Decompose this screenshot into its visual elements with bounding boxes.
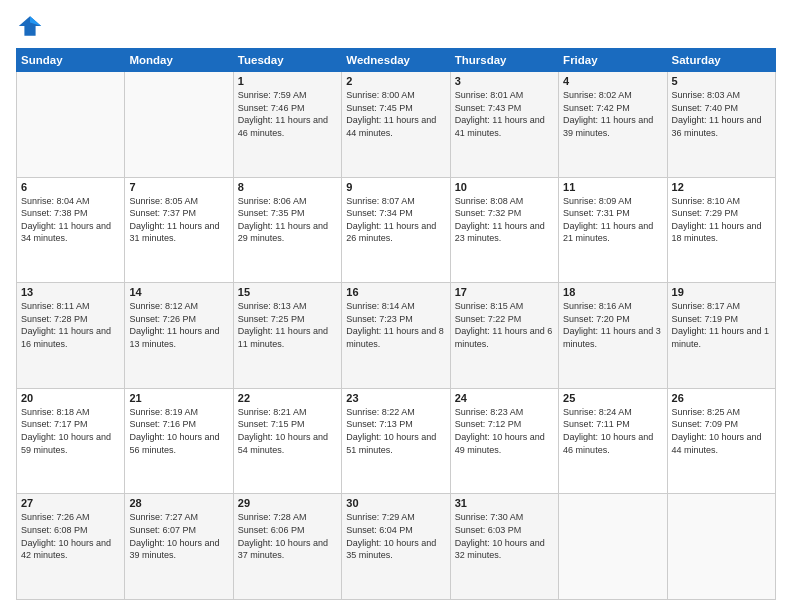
weekday-friday: Friday xyxy=(559,49,667,72)
cell-info: Sunrise: 8:18 AM Sunset: 7:17 PM Dayligh… xyxy=(21,406,120,456)
day-number: 5 xyxy=(672,75,771,87)
day-number: 7 xyxy=(129,181,228,193)
day-number: 8 xyxy=(238,181,337,193)
calendar-cell xyxy=(667,494,775,600)
cell-info: Sunrise: 8:06 AM Sunset: 7:35 PM Dayligh… xyxy=(238,195,337,245)
calendar-cell: 30Sunrise: 7:29 AM Sunset: 6:04 PM Dayli… xyxy=(342,494,450,600)
day-number: 15 xyxy=(238,286,337,298)
day-number: 27 xyxy=(21,497,120,509)
day-number: 18 xyxy=(563,286,662,298)
day-number: 22 xyxy=(238,392,337,404)
calendar-cell: 11Sunrise: 8:09 AM Sunset: 7:31 PM Dayli… xyxy=(559,177,667,283)
cell-info: Sunrise: 8:00 AM Sunset: 7:45 PM Dayligh… xyxy=(346,89,445,139)
weekday-tuesday: Tuesday xyxy=(233,49,341,72)
cell-info: Sunrise: 8:08 AM Sunset: 7:32 PM Dayligh… xyxy=(455,195,554,245)
day-number: 16 xyxy=(346,286,445,298)
cell-info: Sunrise: 8:16 AM Sunset: 7:20 PM Dayligh… xyxy=(563,300,662,350)
day-number: 29 xyxy=(238,497,337,509)
cell-info: Sunrise: 8:15 AM Sunset: 7:22 PM Dayligh… xyxy=(455,300,554,350)
calendar-cell xyxy=(559,494,667,600)
calendar-table: SundayMondayTuesdayWednesdayThursdayFrid… xyxy=(16,48,776,600)
week-row-4: 20Sunrise: 8:18 AM Sunset: 7:17 PM Dayli… xyxy=(17,388,776,494)
calendar-cell: 8Sunrise: 8:06 AM Sunset: 7:35 PM Daylig… xyxy=(233,177,341,283)
logo xyxy=(16,12,48,40)
day-number: 26 xyxy=(672,392,771,404)
cell-info: Sunrise: 8:01 AM Sunset: 7:43 PM Dayligh… xyxy=(455,89,554,139)
day-number: 11 xyxy=(563,181,662,193)
calendar-cell: 29Sunrise: 7:28 AM Sunset: 6:06 PM Dayli… xyxy=(233,494,341,600)
calendar-cell: 25Sunrise: 8:24 AM Sunset: 7:11 PM Dayli… xyxy=(559,388,667,494)
calendar-cell: 27Sunrise: 7:26 AM Sunset: 6:08 PM Dayli… xyxy=(17,494,125,600)
cell-info: Sunrise: 8:02 AM Sunset: 7:42 PM Dayligh… xyxy=(563,89,662,139)
day-number: 1 xyxy=(238,75,337,87)
calendar-cell: 4Sunrise: 8:02 AM Sunset: 7:42 PM Daylig… xyxy=(559,72,667,178)
cell-info: Sunrise: 8:22 AM Sunset: 7:13 PM Dayligh… xyxy=(346,406,445,456)
calendar-cell: 24Sunrise: 8:23 AM Sunset: 7:12 PM Dayli… xyxy=(450,388,558,494)
weekday-wednesday: Wednesday xyxy=(342,49,450,72)
day-number: 4 xyxy=(563,75,662,87)
cell-info: Sunrise: 8:24 AM Sunset: 7:11 PM Dayligh… xyxy=(563,406,662,456)
cell-info: Sunrise: 8:21 AM Sunset: 7:15 PM Dayligh… xyxy=(238,406,337,456)
calendar-cell: 12Sunrise: 8:10 AM Sunset: 7:29 PM Dayli… xyxy=(667,177,775,283)
cell-info: Sunrise: 8:19 AM Sunset: 7:16 PM Dayligh… xyxy=(129,406,228,456)
day-number: 17 xyxy=(455,286,554,298)
page: SundayMondayTuesdayWednesdayThursdayFrid… xyxy=(0,0,792,612)
day-number: 20 xyxy=(21,392,120,404)
calendar-cell: 15Sunrise: 8:13 AM Sunset: 7:25 PM Dayli… xyxy=(233,283,341,389)
week-row-2: 6Sunrise: 8:04 AM Sunset: 7:38 PM Daylig… xyxy=(17,177,776,283)
day-number: 30 xyxy=(346,497,445,509)
calendar-cell: 26Sunrise: 8:25 AM Sunset: 7:09 PM Dayli… xyxy=(667,388,775,494)
day-number: 2 xyxy=(346,75,445,87)
day-number: 31 xyxy=(455,497,554,509)
calendar-cell xyxy=(17,72,125,178)
day-number: 19 xyxy=(672,286,771,298)
week-row-3: 13Sunrise: 8:11 AM Sunset: 7:28 PM Dayli… xyxy=(17,283,776,389)
cell-info: Sunrise: 8:25 AM Sunset: 7:09 PM Dayligh… xyxy=(672,406,771,456)
cell-info: Sunrise: 8:13 AM Sunset: 7:25 PM Dayligh… xyxy=(238,300,337,350)
day-number: 10 xyxy=(455,181,554,193)
cell-info: Sunrise: 7:59 AM Sunset: 7:46 PM Dayligh… xyxy=(238,89,337,139)
calendar-cell: 19Sunrise: 8:17 AM Sunset: 7:19 PM Dayli… xyxy=(667,283,775,389)
cell-info: Sunrise: 7:30 AM Sunset: 6:03 PM Dayligh… xyxy=(455,511,554,561)
cell-info: Sunrise: 8:05 AM Sunset: 7:37 PM Dayligh… xyxy=(129,195,228,245)
calendar-cell: 10Sunrise: 8:08 AM Sunset: 7:32 PM Dayli… xyxy=(450,177,558,283)
day-number: 9 xyxy=(346,181,445,193)
calendar-cell: 18Sunrise: 8:16 AM Sunset: 7:20 PM Dayli… xyxy=(559,283,667,389)
day-number: 25 xyxy=(563,392,662,404)
calendar-cell: 13Sunrise: 8:11 AM Sunset: 7:28 PM Dayli… xyxy=(17,283,125,389)
weekday-sunday: Sunday xyxy=(17,49,125,72)
calendar-cell: 16Sunrise: 8:14 AM Sunset: 7:23 PM Dayli… xyxy=(342,283,450,389)
cell-info: Sunrise: 8:11 AM Sunset: 7:28 PM Dayligh… xyxy=(21,300,120,350)
cell-info: Sunrise: 8:07 AM Sunset: 7:34 PM Dayligh… xyxy=(346,195,445,245)
day-number: 21 xyxy=(129,392,228,404)
calendar-cell: 2Sunrise: 8:00 AM Sunset: 7:45 PM Daylig… xyxy=(342,72,450,178)
cell-info: Sunrise: 8:03 AM Sunset: 7:40 PM Dayligh… xyxy=(672,89,771,139)
weekday-monday: Monday xyxy=(125,49,233,72)
day-number: 6 xyxy=(21,181,120,193)
calendar-cell: 9Sunrise: 8:07 AM Sunset: 7:34 PM Daylig… xyxy=(342,177,450,283)
header xyxy=(16,12,776,40)
day-number: 28 xyxy=(129,497,228,509)
cell-info: Sunrise: 8:12 AM Sunset: 7:26 PM Dayligh… xyxy=(129,300,228,350)
day-number: 24 xyxy=(455,392,554,404)
calendar-cell: 21Sunrise: 8:19 AM Sunset: 7:16 PM Dayli… xyxy=(125,388,233,494)
cell-info: Sunrise: 8:14 AM Sunset: 7:23 PM Dayligh… xyxy=(346,300,445,350)
calendar-cell: 22Sunrise: 8:21 AM Sunset: 7:15 PM Dayli… xyxy=(233,388,341,494)
cell-info: Sunrise: 7:26 AM Sunset: 6:08 PM Dayligh… xyxy=(21,511,120,561)
calendar-cell: 3Sunrise: 8:01 AM Sunset: 7:43 PM Daylig… xyxy=(450,72,558,178)
calendar-cell: 1Sunrise: 7:59 AM Sunset: 7:46 PM Daylig… xyxy=(233,72,341,178)
cell-info: Sunrise: 8:23 AM Sunset: 7:12 PM Dayligh… xyxy=(455,406,554,456)
weekday-thursday: Thursday xyxy=(450,49,558,72)
calendar-cell: 7Sunrise: 8:05 AM Sunset: 7:37 PM Daylig… xyxy=(125,177,233,283)
day-number: 12 xyxy=(672,181,771,193)
cell-info: Sunrise: 7:27 AM Sunset: 6:07 PM Dayligh… xyxy=(129,511,228,561)
weekday-saturday: Saturday xyxy=(667,49,775,72)
calendar-cell: 23Sunrise: 8:22 AM Sunset: 7:13 PM Dayli… xyxy=(342,388,450,494)
cell-info: Sunrise: 7:29 AM Sunset: 6:04 PM Dayligh… xyxy=(346,511,445,561)
calendar-cell: 31Sunrise: 7:30 AM Sunset: 6:03 PM Dayli… xyxy=(450,494,558,600)
calendar-cell: 6Sunrise: 8:04 AM Sunset: 7:38 PM Daylig… xyxy=(17,177,125,283)
calendar-cell xyxy=(125,72,233,178)
calendar-cell: 14Sunrise: 8:12 AM Sunset: 7:26 PM Dayli… xyxy=(125,283,233,389)
cell-info: Sunrise: 8:17 AM Sunset: 7:19 PM Dayligh… xyxy=(672,300,771,350)
week-row-1: 1Sunrise: 7:59 AM Sunset: 7:46 PM Daylig… xyxy=(17,72,776,178)
